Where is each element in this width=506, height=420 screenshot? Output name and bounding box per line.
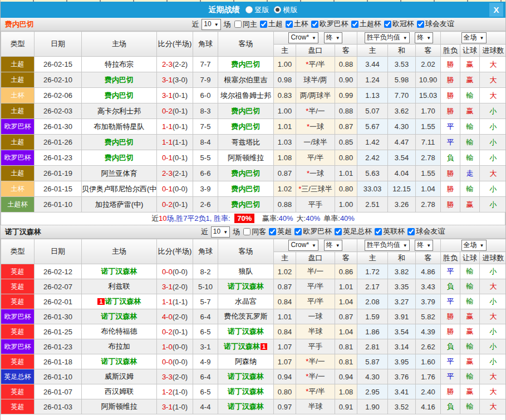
league-filter-checkbox[interactable]: 土杯 (284, 19, 308, 29)
mean-select[interactable]: 胜平负均值 (365, 32, 410, 43)
home-team-cell[interactable]: 诺丁汉森林 (82, 264, 157, 279)
home-team-cell[interactable]: 威斯汉姆 (82, 369, 157, 384)
away-team-cell[interactable]: 水晶宫 (218, 294, 274, 309)
league-filter-checkbox[interactable]: 球会友谊 (415, 19, 454, 29)
home-team-name[interactable]: 阿斯顿维拉 (101, 402, 137, 411)
mean-select[interactable]: 胜平负均值 (365, 240, 410, 251)
away-team-name[interactable]: 诺丁汉森林 (228, 387, 264, 396)
same-venue-checkbox-input[interactable] (243, 228, 250, 235)
away-team-name[interactable]: 诺丁汉森林 (228, 327, 264, 335)
away-team-cell[interactable]: 诺丁汉森林 (218, 324, 274, 339)
away-team-cell[interactable]: 哥兹塔比 (218, 135, 274, 150)
same-venue-checkbox[interactable]: 同主 (233, 19, 257, 29)
league-checkbox-input[interactable] (335, 228, 342, 235)
home-team-name[interactable]: 布伦特福德 (101, 327, 137, 335)
crow-company-select[interactable]: Crow* (288, 240, 318, 251)
home-team-name[interactable]: 诺丁汉森林 (101, 267, 137, 275)
layout-radio-vertical[interactable] (245, 6, 253, 13)
away-team-cell[interactable]: 根塞尔伯里吉 (218, 72, 274, 88)
fullmatch-select[interactable]: 全场 (461, 240, 487, 251)
match-count-select[interactable]: 10 (211, 226, 230, 238)
away-team-cell[interactable]: 诺丁汉森林 (218, 369, 274, 384)
away-team-name[interactable]: 阿森纳 (235, 357, 257, 365)
home-team-cell[interactable]: 1诺丁汉森林 (82, 294, 157, 309)
crow-company-select[interactable]: Crow* (288, 32, 318, 43)
home-team-cell[interactable]: 诺丁汉森林 (82, 309, 157, 324)
league-filter-checkbox[interactable]: 土超 (258, 19, 283, 29)
home-team-name[interactable]: 诺丁汉森林 (105, 297, 141, 305)
away-team-name[interactable]: 费内巴切 (232, 185, 261, 193)
away-team-cell[interactable]: 费内巴切 (218, 181, 274, 197)
home-team-name[interactable]: 高卡尔利士邦 (97, 107, 141, 115)
home-team-name[interactable]: 费内巴切 (105, 154, 134, 162)
away-team-cell[interactable]: 埃尔祖鲁姆士邦 (218, 88, 274, 103)
home-team-name[interactable]: 利兹联 (109, 282, 130, 290)
home-team-cell[interactable]: 费内巴切 (82, 88, 157, 103)
home-team-name[interactable]: 布加勒斯特星队 (94, 122, 145, 131)
home-team-cell[interactable]: 贝伊奥卢耶尼恰尔西(中) (82, 181, 157, 197)
home-team-cell[interactable]: 布拉加 (82, 339, 157, 354)
league-checkbox-input[interactable] (417, 21, 424, 28)
home-team-cell[interactable]: 加拉塔萨雷(中) (82, 197, 157, 213)
crow-final-select[interactable]: 终 (324, 240, 342, 251)
league-checkbox-input[interactable] (407, 228, 415, 235)
home-team-name[interactable]: 特拉布宗 (105, 60, 134, 68)
away-team-name[interactable]: 狼队 (239, 267, 253, 275)
away-team-name[interactable]: 费内巴切 (232, 122, 261, 131)
home-team-name[interactable]: 费内巴切 (105, 76, 134, 84)
away-team-name[interactable]: 费伦茨瓦罗斯 (224, 312, 268, 320)
home-team-cell[interactable]: 费内巴切 (82, 150, 157, 166)
mean-final-select[interactable]: 终 (415, 32, 433, 43)
away-team-cell[interactable]: 费内巴切 (218, 166, 274, 181)
league-filter-checkbox[interactable]: 英超 (267, 226, 292, 236)
away-team-name[interactable]: 哥兹塔比 (232, 138, 261, 146)
away-team-name[interactable]: 诺丁汉森林 (224, 342, 260, 350)
away-team-name[interactable]: 根塞尔伯里吉 (224, 76, 268, 84)
home-team-cell[interactable]: 诺丁汉森林 (82, 354, 157, 369)
layout-radio-horizontal[interactable] (274, 6, 281, 13)
away-team-name[interactable]: 费内巴切 (232, 200, 261, 209)
home-team-name[interactable]: 贝伊奥卢耶尼恰尔西(中) (82, 185, 157, 193)
home-team-name[interactable]: 威斯汉姆 (105, 372, 134, 381)
home-team-name[interactable]: 诺丁汉森林 (101, 312, 137, 320)
away-team-cell[interactable]: 费内巴切 (218, 197, 274, 213)
away-team-cell[interactable]: 诺丁汉森林 (218, 279, 274, 294)
league-checkbox-input[interactable] (311, 21, 318, 28)
fullmatch-select[interactable]: 全场 (461, 32, 487, 43)
away-team-name[interactable]: 费内巴切 (232, 60, 261, 68)
home-team-name[interactable]: 加拉塔萨雷(中) (95, 200, 144, 209)
home-team-name[interactable]: 费内巴切 (105, 138, 134, 146)
home-team-name[interactable]: 布拉加 (109, 342, 130, 350)
away-team-name[interactable]: 费内巴切 (232, 107, 261, 115)
home-team-cell[interactable]: 费内巴切 (82, 72, 157, 88)
home-team-cell[interactable]: 布加勒斯特星队 (82, 119, 157, 135)
crow-final-select[interactable]: 终 (324, 32, 342, 43)
league-filter-checkbox[interactable]: 土超杯 (350, 19, 381, 29)
league-filter-checkbox[interactable]: 英联杯 (373, 226, 405, 236)
away-team-name[interactable]: 费内巴切 (232, 169, 261, 177)
league-checkbox-input[interactable] (351, 21, 358, 28)
same-venue-checkbox[interactable]: 同客 (242, 227, 266, 237)
home-team-cell[interactable]: 西汉姆联 (82, 384, 157, 399)
close-button[interactable]: X (489, 3, 503, 17)
away-team-cell[interactable]: 狼队 (218, 264, 274, 279)
home-team-name[interactable]: 西汉姆联 (105, 387, 134, 396)
league-filter-checkbox[interactable]: 欧罗巴杯 (310, 19, 348, 29)
home-team-name[interactable]: 阿兰亚体育 (101, 169, 137, 177)
away-team-name[interactable]: 水晶宫 (235, 297, 257, 305)
league-checkbox-input[interactable] (375, 228, 382, 235)
away-team-cell[interactable]: 费内巴切 (218, 103, 274, 119)
home-team-cell[interactable]: 阿兰亚体育 (82, 166, 157, 181)
away-team-cell[interactable]: 诺丁汉森林1 (218, 339, 274, 354)
away-team-name[interactable]: 阿斯顿维拉 (228, 154, 264, 162)
home-team-cell[interactable]: 阿斯顿维拉 (82, 399, 157, 414)
league-checkbox-input[interactable] (269, 228, 276, 235)
home-team-cell[interactable]: 特拉布宗 (82, 57, 157, 72)
home-team-name[interactable]: 诺丁汉森林 (101, 357, 137, 365)
same-venue-checkbox-input[interactable] (234, 21, 242, 28)
league-filter-checkbox[interactable]: 球会友谊 (406, 226, 445, 236)
league-checkbox-input[interactable] (286, 21, 293, 28)
league-filter-checkbox[interactable]: 英足总杯 (333, 226, 372, 236)
away-team-cell[interactable]: 诺丁汉森林 (218, 399, 274, 414)
league-filter-checkbox[interactable]: 欧罗巴杯 (293, 226, 332, 236)
